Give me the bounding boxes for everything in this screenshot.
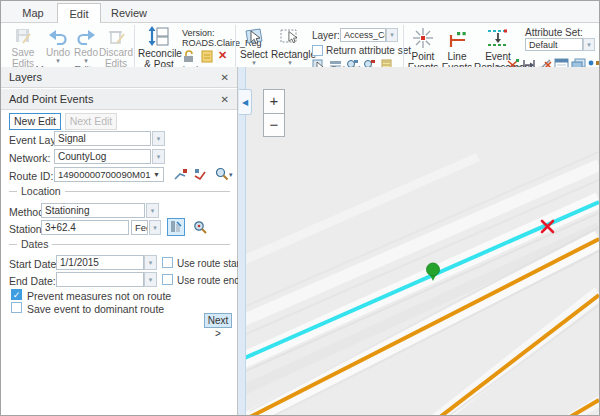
attribute-set-label: Attribute Set: xyxy=(525,27,583,38)
end-date-input[interactable] xyxy=(56,272,144,287)
event-layer-select[interactable]: Signal xyxy=(54,131,151,146)
dropdown-arrow-glyph: ▾ xyxy=(157,135,161,143)
map-canvas[interactable] xyxy=(238,67,599,416)
route-from-selection-icon[interactable] xyxy=(193,167,208,182)
new-edit-label: New Edit xyxy=(14,115,56,127)
start-date-dropdown-icon[interactable]: ▾ xyxy=(144,255,157,270)
layer-label: Layer: xyxy=(312,30,340,41)
zoom-in-label: + xyxy=(270,92,279,109)
collapse-panel-button[interactable]: ◀ xyxy=(239,89,252,115)
unlock-icon[interactable] xyxy=(182,49,197,63)
tab-map[interactable]: Map xyxy=(11,3,55,23)
layers-panel-header[interactable]: Layers ✕ xyxy=(1,67,237,88)
tab-map-label: Map xyxy=(22,7,43,19)
location-section-separator: Location xyxy=(9,185,230,197)
end-date-label: End Date: xyxy=(9,275,56,287)
use-route-start-date-checkbox[interactable] xyxy=(162,257,173,268)
redo-dropdown-icon[interactable]: ▾ xyxy=(73,58,99,64)
map-view[interactable]: ◀ + − xyxy=(238,67,599,416)
station-unit-select[interactable]: Feet xyxy=(131,220,148,235)
save-icon xyxy=(13,27,33,45)
select-route-on-map-icon[interactable] xyxy=(173,167,188,182)
dominant-route-checkbox[interactable] xyxy=(11,302,22,313)
dominant-route-label: Save event to dominant route xyxy=(27,303,164,315)
zoom-to-station-icon[interactable] xyxy=(193,220,208,235)
network-value: CountyLog xyxy=(58,151,106,162)
layer-value: Access_Control xyxy=(344,30,386,40)
layer-dropdown-icon[interactable]: ▾ xyxy=(386,28,398,42)
next-button-label: Next > xyxy=(208,315,229,339)
layers-panel-title: Layers xyxy=(9,67,42,88)
station-unit-dropdown-icon[interactable]: ▾ xyxy=(149,220,161,235)
station-input[interactable]: 3+62.4 xyxy=(41,220,129,235)
method-dropdown-icon[interactable]: ▾ xyxy=(146,203,159,218)
attribute-set-dropdown-icon[interactable]: ▾ xyxy=(583,38,595,51)
attribute-set-value: Default xyxy=(529,40,558,50)
layers-close-icon[interactable]: ✕ xyxy=(221,67,229,88)
event-replacement-icon xyxy=(486,27,510,49)
use-route-end-date-checkbox[interactable] xyxy=(162,274,173,285)
undo-dropdown-icon[interactable]: ▾ xyxy=(45,58,71,64)
start-date-value: 1/1/2015 xyxy=(60,257,99,268)
dropdown-arrow-glyph: ▾ xyxy=(157,153,161,161)
new-edit-button[interactable]: New Edit xyxy=(9,113,61,130)
point-events-icon xyxy=(412,27,434,49)
save-edits-button[interactable]: Save Edits xyxy=(4,27,42,69)
zoom-to-route-dropdown-icon[interactable]: ▾ xyxy=(229,171,233,179)
collapse-left-icon: ◀ xyxy=(242,98,248,107)
select-tool-icon xyxy=(243,27,265,47)
app-window: Map Edit Review Save Edits Undo ▾ xyxy=(0,0,600,416)
network-dropdown-icon[interactable]: ▾ xyxy=(152,149,165,164)
rectangle-dropdown-icon[interactable]: ▾ xyxy=(271,60,309,66)
return-attribute-set-label: Return attribute set xyxy=(326,45,411,56)
dropdown-arrow-glyph: ▾ xyxy=(587,41,591,49)
discard-edits-button[interactable]: Discard Edits xyxy=(99,27,133,69)
rectangle-select-icon xyxy=(279,27,301,47)
undo-icon xyxy=(48,27,68,45)
method-value: Stationing xyxy=(45,205,89,216)
start-date-input[interactable]: 1/1/2015 xyxy=(56,255,144,270)
event-layer-value: Signal xyxy=(58,133,86,144)
prevent-measures-checkbox[interactable]: ✓ xyxy=(11,289,22,300)
reconcile-post-button[interactable]: Reconcile & Post xyxy=(138,26,180,70)
panel-collapse-rail[interactable] xyxy=(238,67,246,416)
next-button[interactable]: Next > xyxy=(204,313,232,328)
check-icon: ✓ xyxy=(13,290,21,300)
dropdown-arrow-glyph: ▾ xyxy=(153,224,157,232)
layer-select[interactable]: Access_Control xyxy=(340,28,386,42)
event-layer-dropdown-icon[interactable]: ▾ xyxy=(152,131,165,146)
zoom-to-route-icon[interactable] xyxy=(215,167,229,182)
trash-icon xyxy=(106,27,126,45)
select-button[interactable]: Select ▾ xyxy=(239,27,269,66)
dropdown-arrow-glyph: ▾ xyxy=(390,31,394,39)
prevent-measures-label: Prevent measures not on route xyxy=(27,290,171,302)
return-attribute-set-checkbox[interactable] xyxy=(312,45,323,56)
select-dropdown-icon[interactable]: ▾ xyxy=(239,60,269,66)
undo-button[interactable]: Undo ▾ xyxy=(45,27,71,64)
version-label: Version: xyxy=(182,28,215,38)
attribute-set-select[interactable]: Default xyxy=(525,38,583,51)
rectangle-select-button[interactable]: Rectangle ▾ xyxy=(271,27,309,66)
station-value: 3+62.4 xyxy=(45,222,76,233)
method-select[interactable]: Stationing xyxy=(41,203,145,218)
zoom-out-button[interactable]: − xyxy=(263,113,285,137)
redo-button[interactable]: Redo ▾ xyxy=(73,27,99,64)
ribbon-tab-bar: Map Edit Review xyxy=(1,1,599,23)
capture-station-icon xyxy=(168,219,184,235)
redo-icon xyxy=(76,27,96,45)
station-unit-value: Feet xyxy=(135,222,148,233)
next-edit-button[interactable]: Next Edit xyxy=(65,113,117,130)
route-id-dropdown-icon[interactable]: ▼ xyxy=(153,171,160,178)
zoom-in-button[interactable]: + xyxy=(263,89,285,113)
tab-edit[interactable]: Edit xyxy=(57,3,101,23)
network-select[interactable]: CountyLog xyxy=(54,149,151,164)
tab-review[interactable]: Review xyxy=(103,3,155,23)
station-label: Station: xyxy=(9,223,45,235)
end-date-dropdown-icon[interactable]: ▾ xyxy=(144,272,157,287)
new-version-icon[interactable] xyxy=(200,49,214,63)
ape-close-icon[interactable]: ✕ xyxy=(221,89,229,110)
capture-station-from-map-button[interactable] xyxy=(167,218,185,236)
ape-panel-header[interactable]: Add Point Events ✕ xyxy=(1,89,237,110)
route-id-combo[interactable]: 14900000700090M01 ▼ xyxy=(54,167,164,182)
delete-version-icon[interactable]: ✕ xyxy=(218,49,227,62)
